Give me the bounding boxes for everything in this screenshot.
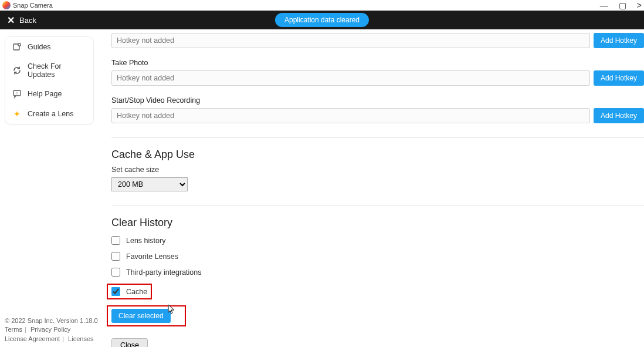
sidebar-item-guides[interactable]: Guides bbox=[5, 37, 93, 57]
copyright: © 2022 Snap Inc. Version 1.18.0 bbox=[5, 316, 98, 325]
checkbox-lens-history[interactable] bbox=[111, 236, 120, 245]
footer-legal: © 2022 Snap Inc. Version 1.18.0 Terms| P… bbox=[5, 316, 98, 343]
sparkle-icon: ✦ bbox=[12, 109, 22, 119]
footer-link-privacy[interactable]: Privacy Policy bbox=[30, 326, 70, 333]
next-icon[interactable]: > bbox=[637, 1, 642, 10]
window-titlebar: Snap Camera — ▢ > bbox=[0, 0, 644, 11]
hotkey-input-take-photo[interactable] bbox=[111, 70, 590, 86]
add-hotkey-button-0[interactable]: Add Hotkey bbox=[594, 33, 644, 48]
highlight-cache-checkbox: Cache bbox=[107, 284, 152, 299]
footer-link-licenses[interactable]: Licenses bbox=[68, 335, 93, 342]
svg-point-1 bbox=[18, 43, 21, 46]
separator bbox=[111, 137, 644, 138]
checkbox-favorite[interactable] bbox=[111, 252, 120, 261]
history-heading: Clear History bbox=[111, 217, 644, 229]
check-label: Cache bbox=[126, 288, 147, 296]
check-label: Third-party integrations bbox=[126, 268, 202, 277]
cache-heading: Cache & App Use bbox=[111, 149, 644, 161]
checkbox-cache[interactable] bbox=[111, 287, 120, 296]
footer-link-license-agreement[interactable]: License Agreement bbox=[5, 335, 60, 342]
cache-sublabel: Set cache size bbox=[111, 166, 644, 174]
guides-icon bbox=[12, 42, 22, 52]
clear-selected-button[interactable]: Clear selected bbox=[111, 309, 171, 323]
close-button[interactable]: Close bbox=[111, 338, 148, 347]
check-row-lens-history[interactable]: Lens history bbox=[111, 236, 644, 245]
toast-message: Application data cleared bbox=[275, 13, 369, 27]
sidebar-item-label: Guides bbox=[28, 43, 51, 51]
app-icon bbox=[2, 1, 11, 9]
add-hotkey-button-1[interactable]: Add Hotkey bbox=[594, 70, 644, 86]
back-button[interactable]: ✕ Back bbox=[7, 15, 36, 26]
hotkey-input-0[interactable] bbox=[111, 33, 590, 48]
footer-link-terms[interactable]: Terms bbox=[5, 326, 22, 333]
check-row-thirdparty[interactable]: Third-party integrations bbox=[111, 268, 644, 277]
sidebar-item-label: Check For Updates bbox=[28, 62, 86, 79]
help-icon: ! bbox=[12, 89, 22, 99]
checkbox-thirdparty[interactable] bbox=[111, 268, 120, 277]
check-label: Favorite Lenses bbox=[126, 252, 178, 261]
back-label: Back bbox=[19, 16, 36, 25]
sidebar-item-label: Help Page bbox=[28, 90, 62, 98]
sidebar-item-label: Create a Lens bbox=[28, 110, 74, 118]
main-content: Add Hotkey Take Photo Add Hotkey Start/S… bbox=[94, 29, 644, 347]
add-hotkey-button-2[interactable]: Add Hotkey bbox=[594, 108, 644, 123]
sidebar-item-help[interactable]: ! Help Page bbox=[5, 84, 93, 104]
check-label: Lens history bbox=[126, 237, 165, 245]
svg-text:!: ! bbox=[16, 91, 18, 95]
sidebar-item-updates[interactable]: Check For Updates bbox=[5, 57, 93, 84]
sidebar-item-create-lens[interactable]: ✦ Create a Lens bbox=[5, 104, 93, 124]
highlight-clear-selected: Clear selected bbox=[107, 305, 186, 326]
check-row-favorite[interactable]: Favorite Lenses bbox=[111, 252, 644, 261]
minimize-icon[interactable]: — bbox=[600, 1, 608, 10]
sidebar: Guides Check For Updates ! Help Page ✦ C… bbox=[0, 29, 94, 347]
close-icon: ✕ bbox=[7, 15, 15, 26]
field-label-take-photo: Take Photo bbox=[111, 59, 644, 67]
maximize-icon[interactable]: ▢ bbox=[619, 1, 626, 10]
cache-size-select[interactable]: 200 MB bbox=[111, 177, 188, 191]
refresh-icon bbox=[12, 66, 22, 75]
topbar: ✕ Back Application data cleared bbox=[0, 11, 644, 29]
hotkey-input-video[interactable] bbox=[111, 108, 590, 123]
field-label-video: Start/Stop Video Recording bbox=[111, 96, 644, 105]
separator-2 bbox=[111, 205, 644, 206]
window-title: Snap Camera bbox=[13, 2, 53, 9]
